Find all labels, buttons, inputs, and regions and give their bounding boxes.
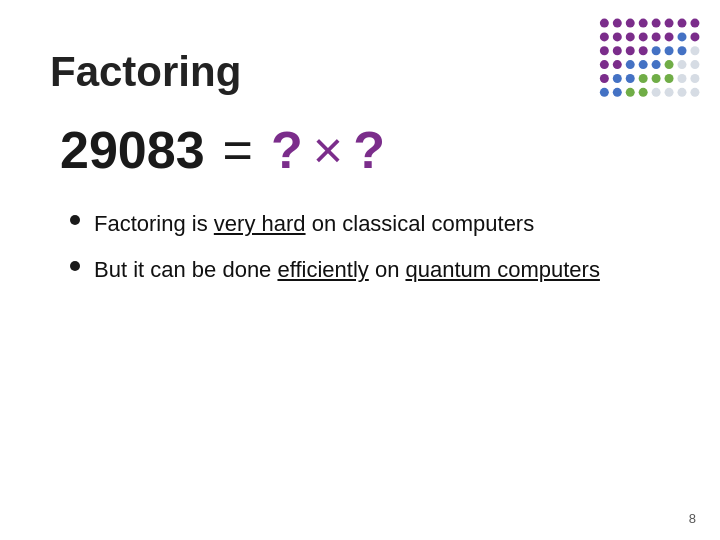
- slide: Factoring 29083 = ? × ? Factoring is ver…: [0, 0, 720, 540]
- bullet-list: Factoring is very hard on classical comp…: [70, 208, 670, 286]
- equation-question2: ?: [353, 120, 385, 180]
- underline-quantum-computers: quantum computers: [405, 257, 599, 282]
- bullet-icon: [70, 215, 80, 225]
- list-item: But it can be done efficiently on quantu…: [70, 254, 670, 286]
- underline-efficiently: efficiently: [277, 257, 368, 282]
- bullet-icon: [70, 261, 80, 271]
- bullet-text-1: Factoring is very hard on classical comp…: [94, 208, 534, 240]
- equation-number: 29083: [60, 120, 205, 180]
- slide-title: Factoring: [50, 48, 670, 96]
- list-item: Factoring is very hard on classical comp…: [70, 208, 670, 240]
- equation-equals: =: [223, 120, 253, 180]
- dot-grid-decoration: [592, 10, 702, 100]
- equation-row: 29083 = ? × ?: [60, 120, 670, 180]
- equation-times: ×: [313, 120, 343, 180]
- bullet-text-2: But it can be done efficiently on quantu…: [94, 254, 600, 286]
- page-number: 8: [689, 511, 696, 526]
- equation-question1: ?: [271, 120, 303, 180]
- underline-very-hard: very hard: [214, 211, 306, 236]
